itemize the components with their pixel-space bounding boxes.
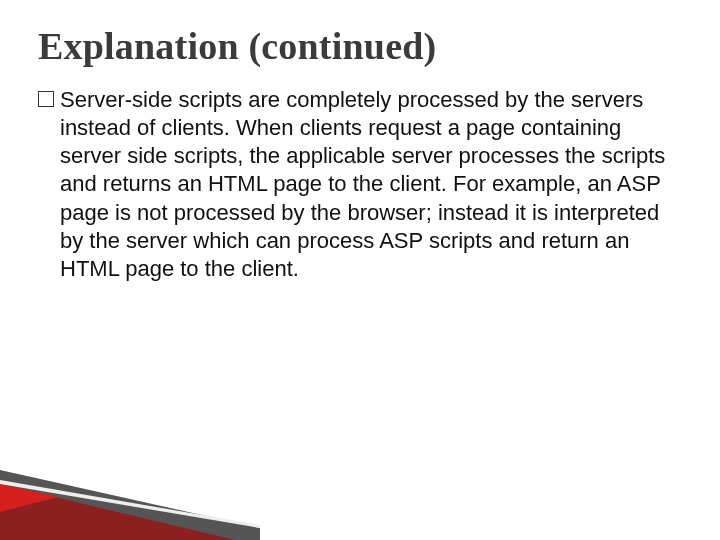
svg-marker-3 <box>0 480 260 528</box>
svg-marker-0 <box>0 470 260 540</box>
body-text: Server-side scripts are completely proce… <box>60 87 665 281</box>
corner-decoration <box>0 450 260 540</box>
svg-marker-1 <box>0 484 235 540</box>
slide-body: Server-side scripts are completely proce… <box>38 86 682 283</box>
slide-title: Explanation (continued) <box>38 24 682 68</box>
slide: Explanation (continued) Server-side scri… <box>0 0 720 540</box>
svg-marker-2 <box>0 484 58 512</box>
bullet-icon <box>38 91 54 107</box>
